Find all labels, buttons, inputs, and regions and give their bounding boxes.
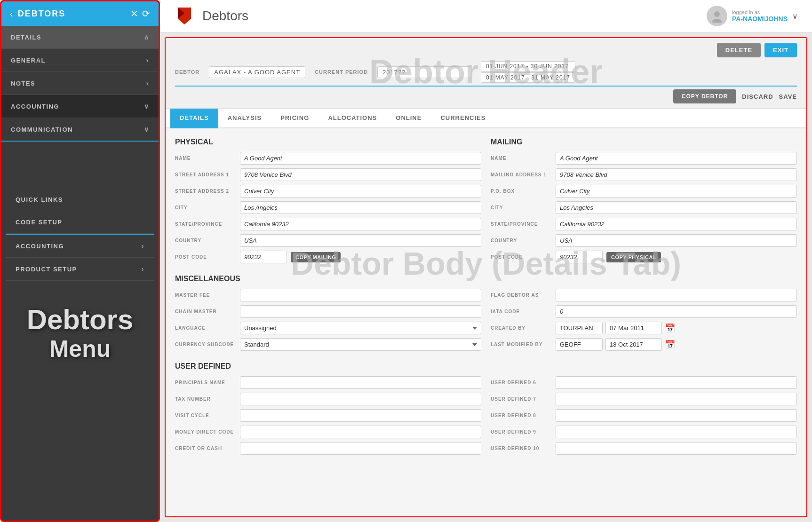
- tax-number-label: TAX NUMBER: [175, 396, 236, 402]
- physical-country-input[interactable]: [240, 234, 481, 247]
- physical-postcode-label: POST CODE: [175, 254, 236, 260]
- sidebar-item-productsetup[interactable]: PRODUCT SETUP ›: [6, 258, 154, 281]
- ud7-input[interactable]: [556, 393, 797, 405]
- language-select[interactable]: Unassigned: [240, 322, 481, 334]
- exit-button[interactable]: EXIT: [764, 43, 797, 57]
- refresh-icon[interactable]: ⟳: [142, 8, 150, 19]
- delete-button[interactable]: DELETE: [717, 43, 761, 57]
- sidebar-item-codesetup[interactable]: CODE SETUP: [6, 211, 154, 234]
- logged-in-label: logged in as: [732, 9, 788, 15]
- physical-country-row: COUNTRY: [175, 234, 481, 247]
- sidebar-item-accounting[interactable]: ACCOUNTING ∨: [1, 95, 159, 118]
- physical-state-input[interactable]: [240, 218, 481, 230]
- copy-debtor-button[interactable]: COPY DEBTOR: [673, 89, 737, 103]
- mailing-pobox-label: P.O. BOX: [491, 189, 552, 194]
- current-period-field[interactable]: 2017??: [377, 66, 471, 78]
- visit-cycle-input[interactable]: [240, 409, 481, 422]
- iata-code-input[interactable]: [556, 305, 797, 318]
- misc-columns: MASTER FEE CHAIN MASTER LANGUAGE Unassig…: [175, 289, 797, 355]
- physical-postcode-row: POST CODE COPY MAILING: [175, 251, 481, 263]
- created-date-input[interactable]: [605, 322, 662, 334]
- sidebar-item-general[interactable]: GENERAL ›: [1, 49, 159, 72]
- last-modified-date-input[interactable]: [605, 338, 662, 351]
- sidebar-item-communication[interactable]: COMMUNICATION ∨: [1, 118, 159, 142]
- flag-debtor-input[interactable]: [556, 289, 797, 301]
- created-by-input[interactable]: [556, 322, 603, 334]
- app-title: Debtors: [202, 8, 248, 24]
- sidebar-header: ‹ DEBTORS ✕ ⟳: [1, 1, 159, 26]
- tab-currencies[interactable]: CURRENCIES: [431, 109, 495, 128]
- ud9-input[interactable]: [556, 426, 797, 438]
- mailing-address1-input[interactable]: [556, 168, 797, 181]
- header-actions: DELETE EXIT: [175, 43, 797, 57]
- ud8-input[interactable]: [556, 409, 797, 422]
- ud6-row: USER DEFINED 6: [491, 376, 797, 389]
- sidebar-item-details[interactable]: DETAILS ∧: [1, 26, 159, 49]
- physical-city-input[interactable]: [240, 201, 481, 214]
- physical-postcode-input[interactable]: [240, 251, 287, 263]
- last-modified-with-date: 📅: [556, 338, 797, 351]
- ud10-input[interactable]: [556, 442, 797, 455]
- discard-button[interactable]: DISCARD: [742, 93, 773, 100]
- physical-street2-input[interactable]: [240, 185, 481, 198]
- credit-or-cash-label: CREDIT OR CASH: [175, 446, 236, 451]
- mailing-country-input[interactable]: [556, 234, 797, 247]
- master-fee-input[interactable]: [240, 289, 481, 301]
- sidebar-item-notes[interactable]: NOTES ›: [1, 72, 159, 95]
- sidebar-header-left: ‹ DEBTORS: [10, 8, 65, 19]
- last-modified-input[interactable]: [556, 338, 603, 351]
- language-label: LANGUAGE: [175, 325, 236, 331]
- tab-online[interactable]: ONLINE: [386, 109, 431, 128]
- mailing-city-input[interactable]: [556, 201, 797, 214]
- tabs-bar: DETAILS ANALYSIS PRICING ALLOCATIONS ONL…: [166, 109, 806, 128]
- credit-or-cash-input[interactable]: [240, 442, 481, 455]
- mailing-name-input[interactable]: [556, 152, 797, 165]
- ud7-row: USER DEFINED 7: [491, 393, 797, 405]
- copy-mailing-button[interactable]: COPY MAILING: [291, 252, 341, 262]
- mailing-postcode-input[interactable]: [556, 251, 603, 263]
- created-calendar-icon[interactable]: 📅: [665, 323, 675, 333]
- debtor-name-field[interactable]: AGALAX - A Good Agent: [209, 66, 305, 78]
- physical-section: PHYSICAL NAME STREET ADDRESS 1 STREET AD…: [175, 136, 481, 267]
- back-icon[interactable]: ‹: [10, 8, 13, 19]
- currency-subcode-select[interactable]: Standard: [240, 338, 481, 351]
- user-info: logged in as PA-NAOMIJOHNS: [732, 9, 788, 23]
- user-dropdown-icon[interactable]: ∨: [792, 12, 798, 21]
- principals-name-label: PRINCIPALS NAME: [175, 380, 236, 385]
- tab-allocations[interactable]: ALLOCATIONS: [318, 109, 386, 128]
- ud6-input[interactable]: [556, 376, 797, 389]
- chain-master-input[interactable]: [240, 305, 481, 318]
- debtor-panel: DELETE EXIT DEBTOR AGALAX - A Good Agent…: [165, 37, 807, 517]
- ud9-row: USER DEFINED 9: [491, 426, 797, 438]
- physical-street1-input[interactable]: [240, 168, 481, 181]
- tab-details[interactable]: DETAILS: [170, 109, 218, 128]
- mailing-section: MAILING NAME MAILING ADDRESS 1 P.O. BOX: [491, 136, 797, 267]
- sidebar-item-accounting2[interactable]: ACCOUNTING ›: [6, 235, 154, 258]
- last-modified-calendar-icon[interactable]: 📅: [665, 340, 675, 350]
- debtor-field-label: DEBTOR: [175, 69, 199, 75]
- mailing-pobox-input[interactable]: [556, 185, 797, 198]
- sidebar-item-quicklinks[interactable]: QUICK LINKS: [6, 189, 154, 211]
- physical-title: PHYSICAL: [175, 138, 481, 146]
- credit-or-cash-row: CREDIT OR CASH: [175, 442, 481, 455]
- close-icon[interactable]: ✕: [130, 8, 138, 19]
- physical-name-label: NAME: [175, 156, 236, 161]
- principals-name-input[interactable]: [240, 376, 481, 389]
- copy-row: COPY DEBTOR DISCARD SAVE: [175, 86, 797, 103]
- chevron-up-icon: ∧: [144, 33, 150, 41]
- ud10-row: USER DEFINED 10: [491, 442, 797, 455]
- flag-debtor-label: FLAG DEBTOR AS: [491, 293, 552, 298]
- mailing-state-input[interactable]: [556, 218, 797, 230]
- mailing-address1-row: MAILING ADDRESS 1: [491, 168, 797, 181]
- physical-name-input[interactable]: [240, 152, 481, 165]
- save-button[interactable]: SAVE: [779, 93, 797, 100]
- tab-analysis[interactable]: ANALYSIS: [218, 109, 271, 128]
- user-defined-section: USER DEFINED PRINCIPALS NAME TAX NUMBER: [175, 362, 797, 459]
- tax-number-input[interactable]: [240, 393, 481, 405]
- tab-pricing[interactable]: PRICING: [271, 109, 318, 128]
- copy-physical-button[interactable]: COPY PHYSICAL: [606, 252, 661, 262]
- money-direct-code-label: MONEY DIRECT CODE: [175, 429, 236, 435]
- money-direct-code-input[interactable]: [240, 426, 481, 438]
- user-defined-title: USER DEFINED: [175, 362, 797, 371]
- sidebar-overlay-menu: Menu: [49, 335, 111, 363]
